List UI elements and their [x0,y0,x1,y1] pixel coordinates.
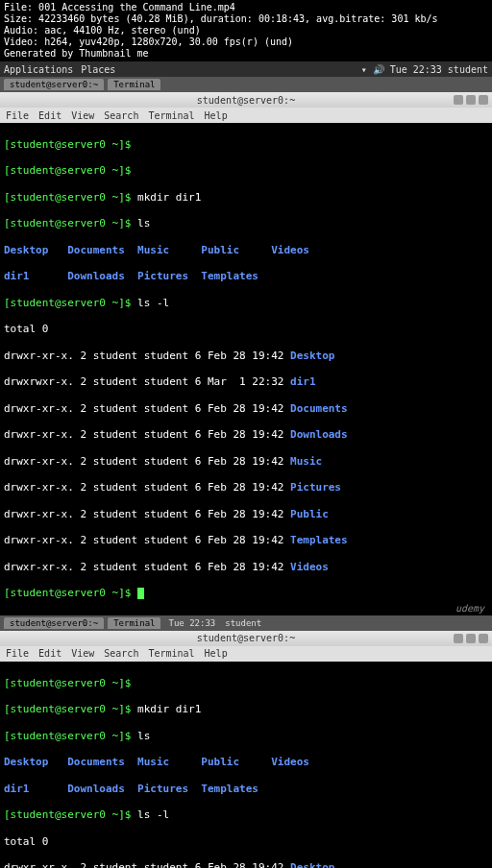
pane-1: Applications Places ▾ 🔊 Tue 22:33 studen… [0,61,492,615]
menu-help[interactable]: Help [205,648,228,659]
menu-terminal[interactable]: Terminal [148,110,194,121]
menu-file[interactable]: File [6,110,29,121]
menu-view[interactable]: View [71,648,94,659]
meta-gen: Generated by Thumbnail me [4,48,488,60]
maximize-icon[interactable] [466,634,476,643]
prompt: [student@server0 ~]$ [4,217,131,229]
terminal-1[interactable]: [student@server0 ~]$ [student@server0 ~]… [0,123,492,615]
prompt: [student@server0 ~]$ [4,191,131,204]
window-title: student@server0:~ [197,95,295,106]
menu-applications[interactable]: Applications [4,64,73,75]
menubar: File Edit View Search Terminal Help [0,108,492,123]
menu-file[interactable]: File [6,648,29,659]
clock[interactable]: Tue 22:33 [390,64,442,75]
ls-output: Desktop Documents Music Public Videos [4,244,309,256]
menu-places[interactable]: Places [81,64,115,75]
menu-search[interactable]: Search [104,110,138,121]
tab-terminal-2[interactable]: Terminal [108,617,160,629]
video-metadata: File: 001 Accessing the Command Line.mp4… [0,0,492,61]
maximize-icon[interactable] [466,95,476,105]
meta-video: Video: h264, yuv420p, 1280x720, 30.00 fp… [4,36,488,48]
pane-2: student@server0:~ Terminal Tue 22:33 stu… [0,615,492,868]
menu-search[interactable]: Search [104,648,138,659]
menu-view[interactable]: View [71,110,94,121]
menu-terminal[interactable]: Terminal [148,648,194,659]
user-menu[interactable]: student [225,618,261,628]
network-icon[interactable]: ▾ [361,64,367,75]
user-menu[interactable]: student [448,64,488,75]
udemy-watermark: udemy [455,603,484,614]
minimize-icon[interactable] [454,634,463,643]
tab-terminal-1[interactable]: student@server0:~ [4,79,104,90]
terminal-2[interactable]: [student@server0 ~]$ [student@server0 ~]… [0,662,492,868]
prompt: [student@server0 ~]$ [4,587,131,599]
window-tabs: student@server0:~ Terminal [0,77,492,92]
close-icon[interactable] [479,634,488,643]
menubar: File Edit View Search Terminal Help [0,646,492,662]
menu-edit[interactable]: Edit [38,648,62,659]
window-tabs: student@server0:~ Terminal Tue 22:33 stu… [0,615,492,631]
meta-audio: Audio: aac, 44100 Hz, stereo (und) [4,25,488,36]
menu-edit[interactable]: Edit [38,110,62,121]
close-icon[interactable] [479,95,488,105]
prompt: [student@server0 ~]$ [4,297,131,309]
window-titlebar[interactable]: student@server0:~ [0,631,492,646]
window-title: student@server0:~ [197,633,295,643]
volume-icon[interactable]: 🔊 [373,64,384,75]
meta-size: Size: 42233460 bytes (40.28 MiB), durati… [4,13,488,25]
meta-file: File: 001 Accessing the Command Line.mp4 [4,2,488,13]
clock[interactable]: Tue 22:33 [168,618,215,628]
prompt: [student@server0 ~]$ [4,164,131,177]
gnome-topbar[interactable]: Applications Places ▾ 🔊 Tue 22:33 studen… [0,61,492,77]
cursor-icon [137,588,144,599]
tab-terminal-2[interactable]: Terminal [108,79,160,90]
tab-terminal-1[interactable]: student@server0:~ [4,617,104,629]
minimize-icon[interactable] [454,95,463,105]
window-titlebar[interactable]: student@server0:~ [0,92,492,108]
menu-help[interactable]: Help [205,110,228,121]
prompt: [student@server0 ~]$ [4,138,131,151]
